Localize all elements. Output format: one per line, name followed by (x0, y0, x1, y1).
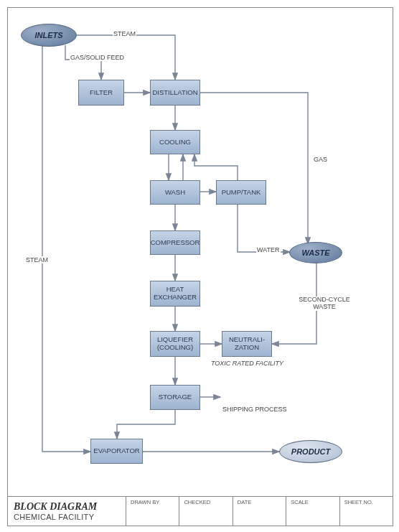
label-toxic: TOXIC RATED FACILITY (210, 360, 284, 367)
truck-icon (222, 384, 266, 404)
label-shipping: SHIPPING PROCESS (222, 406, 288, 413)
node-label: COMPRESSOR (151, 239, 200, 247)
node-neutralization: NEUTRALI- ZATION (222, 331, 272, 357)
node-cooling: COOLING (150, 130, 200, 154)
node-product: PRODUCT (279, 440, 342, 463)
node-evaporator: EVAPORATOR (90, 439, 143, 464)
node-label: DISTILLATION (152, 89, 197, 97)
node-storage: STORAGE (150, 385, 200, 410)
node-label: WASTE (301, 248, 329, 257)
node-label: STORAGE (159, 393, 192, 401)
title-field-scale: SCALE (286, 497, 339, 526)
node-label: PUMP/TANK (222, 189, 261, 197)
label-gas-solid-feed: GAS/SOLID FEED (70, 54, 125, 61)
node-pump-tank: PUMP/TANK (216, 180, 266, 205)
title-field-drawn-by: DRAWN BY (126, 497, 179, 526)
label-steam-left: STEAM (25, 256, 49, 263)
label-steam-top: STEAM (113, 30, 136, 37)
node-distillation: DISTILLATION (150, 80, 200, 106)
node-liquefier: LIQUEFIER (COOLING) (150, 331, 200, 357)
node-label: WASH (165, 189, 185, 197)
node-waste: WASTE (289, 242, 342, 263)
node-label: PRODUCT (291, 447, 330, 456)
node-filter: FILTER (78, 80, 124, 106)
node-label: HEAT EXCHANGER (152, 286, 198, 302)
title-field-checked: CHECKED (179, 497, 233, 526)
diagram-title: BLOCK DIAGRAM (14, 501, 120, 513)
node-label: FILTER (90, 89, 113, 97)
title-field-sheet-no: SHEET NO. (340, 497, 393, 526)
title-block: BLOCK DIAGRAM CHEMICAL FACILITY DRAWN BY… (7, 496, 393, 526)
node-compressor: COMPRESSOR (150, 230, 200, 255)
diagram-canvas: INLETS WASTE PRODUCT FILTER DISTILLATION… (7, 7, 393, 497)
diagram-subtitle: CHEMICAL FACILITY (14, 513, 120, 521)
label-second-cycle-waste: SECOND-CYCLE WASTE (292, 297, 357, 311)
title-field-date: DATE (233, 497, 286, 526)
title-block-main: BLOCK DIAGRAM CHEMICAL FACILITY (8, 497, 126, 526)
node-label: INLETS (34, 31, 62, 39)
node-label: LIQUEFIER (COOLING) (152, 336, 198, 352)
label-gas: GAS (313, 156, 328, 163)
node-wash: WASH (150, 180, 200, 205)
node-label: COOLING (159, 139, 191, 146)
node-label: EVAPORATOR (93, 447, 139, 455)
label-water: WATER (256, 246, 281, 253)
node-heat-exchanger: HEAT EXCHANGER (150, 281, 200, 307)
node-label: NEUTRALI- ZATION (224, 336, 270, 352)
node-inlets: INLETS (21, 24, 77, 47)
